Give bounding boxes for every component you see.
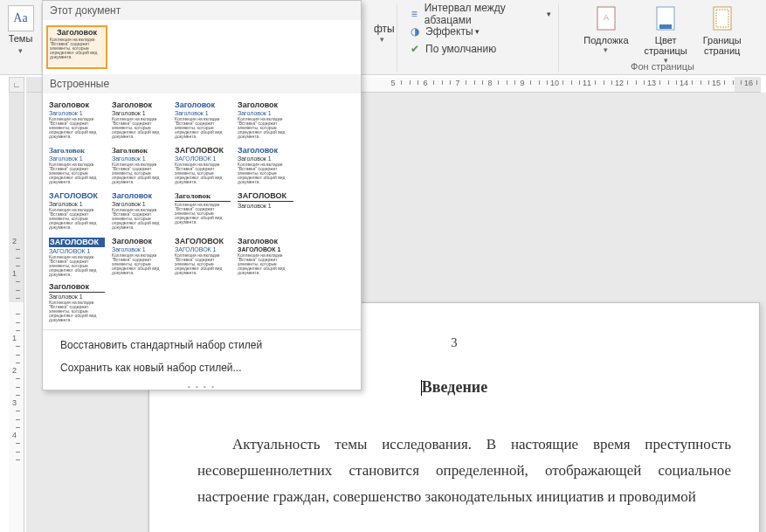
styleset-section-builtin: Встроенные [43,74,361,93]
vertical-ruler[interactable]: 211234 [9,93,24,532]
styleset-restore[interactable]: Восстановить стандартный набор стилей [43,334,361,356]
ruler-number: 8 [487,79,492,87]
styleset-item[interactable]: ЗаголовокЗаголовок 1Коллекция на вкладке… [172,99,233,142]
styleset-item[interactable]: ЗАГОЛОВОКЗАГОЛОВОК 1Коллекция на вкладке… [172,235,233,279]
svg-text:A: A [604,13,609,22]
chevron-down-icon: ▾ [583,45,628,54]
styleset-item[interactable]: ЗаголовокЗаголовок 1Коллекция на вкладке… [109,144,170,188]
styleset-menu: Восстановить стандартный набор стилей Со… [43,329,361,383]
styleset-item[interactable]: ЗАГОЛОВОКЗаголовок 1 [235,190,296,233]
text-cursor [421,380,422,396]
effects-label: Эффекты [425,25,473,38]
set-default-label: По умолчанию [425,43,496,55]
page-borders-icon [709,5,735,31]
styleset-item[interactable]: ЗаголовокЗаголовок 1Коллекция на вкладке… [46,280,107,324]
styleset-item-current[interactable]: Заголовок Коллекция на вкладке "Вставка"… [46,25,107,69]
styleset-item[interactable]: ЗаголовокЗаголовок 1Коллекция на вкладке… [46,144,107,188]
ruler-number: 7 [455,79,459,87]
ruler-number: 4 [12,431,17,439]
watermark-icon: A [593,5,619,31]
styleset-item[interactable]: ЗАГОЛОВОКЗАГОЛОВОК 1Коллекция на вкладке… [172,144,233,188]
ruler-number: 15 [712,79,721,87]
chevron-down-icon: ▾ [18,46,23,55]
themes-group: Aa Темы ▾ [0,3,42,72]
themes-icon: Aa [8,5,34,31]
page-body: Актуальность темы исследования. В настоя… [197,432,731,510]
styleset-section-this-doc: Этот документ [43,1,361,20]
page-color-label: Цвет страницы [645,35,687,56]
page-background-group: A Подложка ▾ Цвет страницы ▾ Границы стр… [559,3,766,72]
styleset-item[interactable]: ЗаголовокЗАГОЛОВОК 1Коллекция на вкладке… [235,235,296,279]
styleset-builtin-grid: ЗаголовокЗаголовок 1Коллекция на вкладке… [43,93,361,329]
themes-label: Темы [8,33,34,44]
styleset-item[interactable]: ЗаголовокЗаголовок 1Коллекция на вкладке… [235,99,296,142]
paragraph-spacing-icon: ≡ [408,8,421,20]
ruler-number: 6 [423,79,427,87]
ruler-number: 10 [550,79,559,87]
ruler-number: 1 [12,269,17,278]
styleset-dropdown: Этот документ Заголовок Коллекция на вкл… [42,0,362,390]
watermark-label: Подложка [583,35,628,45]
fonts-partial-label: фты [374,23,390,35]
watermark-button[interactable]: A Подложка ▾ [583,5,628,65]
styleset-item[interactable]: ЗаголовокКоллекция на вкладке "Вставка" … [172,190,233,233]
tab-selector[interactable]: ∟ [9,77,24,93]
chevron-down-icon: ▾ [374,35,390,44]
styleset-item[interactable]: ЗаголовокЗаголовок 1Коллекция на вкладке… [235,144,296,188]
chevron-down-icon: ▾ [475,27,480,36]
paragraph-spacing-button[interactable]: ≡ Интервал между абзацами ▾ [404,5,551,23]
styleset-item[interactable]: ЗаголовокЗаголовок 1Коллекция на вкладке… [109,235,170,279]
ruler-number: 1 [12,334,17,342]
ruler-number: 9 [520,79,524,87]
styleset-item[interactable]: ЗАГОЛОВОКЗаголовок 1Коллекция на вкладке… [46,190,107,233]
ruler-number: 2 [12,237,17,245]
styleset-item[interactable]: ЗаголовокЗаголовок 1Коллекция на вкладке… [109,99,170,142]
page-borders-button[interactable]: Границы страниц [703,5,742,65]
page-color-icon [652,5,679,31]
ruler-number: 16 [744,79,753,87]
resize-gripper[interactable]: • • • • [43,383,361,390]
ruler-number: 12 [615,79,624,87]
ruler-number: 14 [680,79,688,87]
effects-icon: ◑ [408,25,422,38]
page-color-button[interactable]: Цвет страницы ▾ [645,5,687,65]
ruler-number: 2 [12,366,17,375]
ruler-number: 5 [390,79,395,87]
set-default-button[interactable]: ✔ По умолчанию [404,40,551,58]
styleset-item[interactable]: ЗаголовокЗаголовок 1Коллекция на вкладке… [109,190,170,233]
ruler-number: 13 [647,79,656,87]
page-background-group-label: Фон страницы [559,61,766,72]
paragraph-group: ≡ Интервал между абзацами ▾ ◑ Эффекты ▾ … [397,3,559,72]
themes-button[interactable]: Aa Темы ▾ [8,3,34,56]
styleset-item[interactable]: ЗаголовокЗаголовок 1Коллекция на вкладке… [46,99,107,142]
ruler-number: 3 [12,398,17,407]
styleset-item[interactable]: ЗАГОЛОВОКЗАГОЛОВОК 1Коллекция на вкладке… [46,235,107,279]
chevron-down-icon: ▾ [547,10,551,18]
page-borders-label: Границы страниц [703,35,742,56]
ruler-number: 11 [583,79,591,87]
svg-rect-3 [659,24,672,29]
fonts-partial-group: фты ▾ [367,3,397,72]
paragraph-spacing-label: Интервал между абзацами [424,2,545,26]
check-icon: ✔ [408,43,422,55]
styleset-save-as[interactable]: Сохранить как новый набор стилей... [43,356,361,379]
